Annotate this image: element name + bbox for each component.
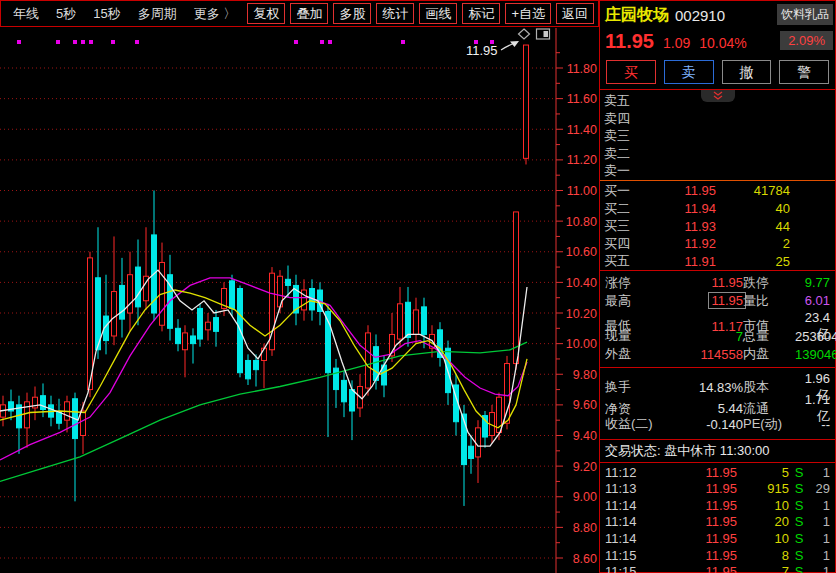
outer-disc-value: 114558 [653,347,743,362]
svg-text:10.00: 10.00 [566,337,597,351]
add-watchlist-button[interactable]: +自选 [505,3,551,24]
buy1-price: 11.95 [650,183,716,198]
menu-item-5s[interactable]: 5秒 [56,5,76,23]
draw-line-button[interactable]: 画线 [419,3,457,24]
high-value: 11.95 [708,292,746,309]
buy-level-2[interactable]: 买二 11.94 40 [600,200,835,218]
sector-change-pct: 2.09% [780,31,833,50]
stat-row-current-vol: 现量 7 总量 253604 [605,327,830,345]
sell3-label: 卖三 [604,127,650,145]
volume-ratio-label: 量比 [743,292,795,310]
buy2-price: 11.94 [650,201,716,216]
fin-row-eps: 收益(二) -0.140 PE(动) -- [605,414,830,435]
current-vol-label: 现量 [605,327,653,345]
sell-level-4[interactable]: 卖四 [600,110,835,128]
svg-text:11.00: 11.00 [567,184,597,198]
mark-button[interactable]: 标记 [462,3,500,24]
limit-up-label: 涨停 [605,274,653,292]
multi-stock-button[interactable]: 多股 [333,3,371,24]
toolbar-buttons: 复权 叠加 多股 统计 画线 标记 +自选 返回 [247,3,598,24]
stock-name: 庄园牧场 [605,5,669,26]
total-vol-value: 253604 [795,329,836,344]
tick-row-6: 11:15 11.95 8 S 1 [605,547,830,564]
buy4-price: 11.92 [650,236,716,251]
tick3-price: 11.95 [649,498,737,513]
tick1-price: 11.95 [649,465,737,480]
sell1-label: 卖一 [604,162,650,180]
current-vol-value: 7 [653,329,743,344]
alert-button[interactable]: 警 [779,60,829,84]
trade-status-bar: 交易状态: 盘中休市 11:30:00 [600,440,835,463]
tick4-side: S [789,514,809,529]
svg-text:9.40: 9.40 [573,429,597,443]
menu-item-multi-period[interactable]: 多周期 [138,5,177,23]
sell-button[interactable]: 卖 [664,60,714,84]
buy1-vol: 41784 [716,183,790,198]
sell-level-3[interactable]: 卖三 [600,127,835,145]
cancel-button[interactable]: 撤 [722,60,772,84]
menu-item-year-line[interactable]: 年线 [13,5,39,23]
inner-disc-value: 139046 [795,347,836,362]
sector-badge[interactable]: 饮料乳品 [777,4,833,25]
buy-level-5[interactable]: 买五 11.91 25 [600,252,835,270]
buy5-vol: 25 [716,254,790,269]
buy-button[interactable]: 买 [606,60,656,84]
tick4-vol: 20 [737,514,789,529]
order-book: 卖五 卖四 卖三 卖二 卖一 [600,89,835,271]
sell-levels: 卖五 卖四 卖三 卖二 卖一 [600,90,835,181]
overlay-button[interactable]: 叠加 [290,3,328,24]
buy-levels: 买一 11.95 41784 买二 11.94 40 买三 11.93 44 买… [600,181,835,270]
price-chart-svg[interactable]: 11.8011.6011.4011.2011.0010.8010.6010.40… [0,28,600,573]
tick4-count: 1 [809,514,830,529]
svg-text:9.60: 9.60 [573,398,597,412]
stat-row-high: 最高 11.95 量比 6.01 [605,292,830,310]
menu-item-15s[interactable]: 15秒 [93,5,120,23]
svg-text:11.40: 11.40 [567,123,597,137]
turnover-label: 换手 [605,378,661,396]
sell-level-1[interactable]: 卖一 [600,162,835,180]
trade-status-value: 盘中休市 11:30:00 [664,443,769,458]
tick4-time: 11:14 [605,514,649,529]
sell5-label: 卖五 [604,92,650,110]
adjust-price-button[interactable]: 复权 [247,3,285,24]
svg-text:11.20: 11.20 [567,153,597,167]
inner-disc-label: 内盘 [743,345,795,363]
sell-level-2[interactable]: 卖二 [600,145,835,163]
buy3-vol: 44 [716,219,790,234]
buy4-label: 买四 [604,235,650,253]
tick7-price: 11.95 [649,564,737,573]
sell4-label: 卖四 [604,110,650,128]
buy3-price: 11.93 [650,219,716,234]
svg-text:11.80: 11.80 [567,62,597,76]
candlestick-chart[interactable]: 11.8011.6011.4011.2011.0010.8010.6010.40… [0,28,600,573]
tick5-price: 11.95 [649,531,737,546]
tick6-price: 11.95 [649,548,737,563]
tick5-time: 11:14 [605,531,649,546]
tick1-count: 1 [809,465,830,480]
statistics-button[interactable]: 统计 [376,3,414,24]
top-toolbar: 年线 5秒 15秒 多周期 更多 〉 复权 叠加 多股 统计 画线 标记 +自选… [0,0,599,27]
eps-label: 收益(二) [605,415,661,433]
limit-up-value: 11.95 [653,275,743,290]
tick3-side: S [789,498,809,513]
tick-list[interactable]: 11:12 11.95 5 S 1 11:13 11.95 915 S 29 1… [600,463,835,573]
trade-buttons: 买 卖 撤 警 [600,56,835,89]
buy-level-3[interactable]: 买三 11.93 44 [600,217,835,235]
menu-item-more[interactable]: 更多 〉 [194,5,237,23]
price-change-pct: 10.04% [699,35,746,51]
svg-text:10.80: 10.80 [566,215,597,229]
tick6-time: 11:15 [605,548,649,563]
buy4-vol: 2 [716,236,790,251]
limit-down-label: 跌停 [743,274,795,292]
buy-level-1[interactable]: 买一 11.95 41784 [600,182,835,200]
tick5-side: S [789,531,809,546]
buy3-label: 买三 [604,217,650,235]
buy-level-4[interactable]: 买四 11.92 2 [600,235,835,253]
back-button[interactable]: 返回 [556,3,594,24]
tick-row-2: 11:13 11.95 915 S 29 [605,480,830,497]
collapse-book-tab[interactable] [701,90,735,102]
buy5-price: 11.91 [650,254,716,269]
turnover-value: 14.83% [661,380,743,395]
stock-code: 002910 [675,7,725,24]
tick1-time: 11:12 [605,465,649,480]
